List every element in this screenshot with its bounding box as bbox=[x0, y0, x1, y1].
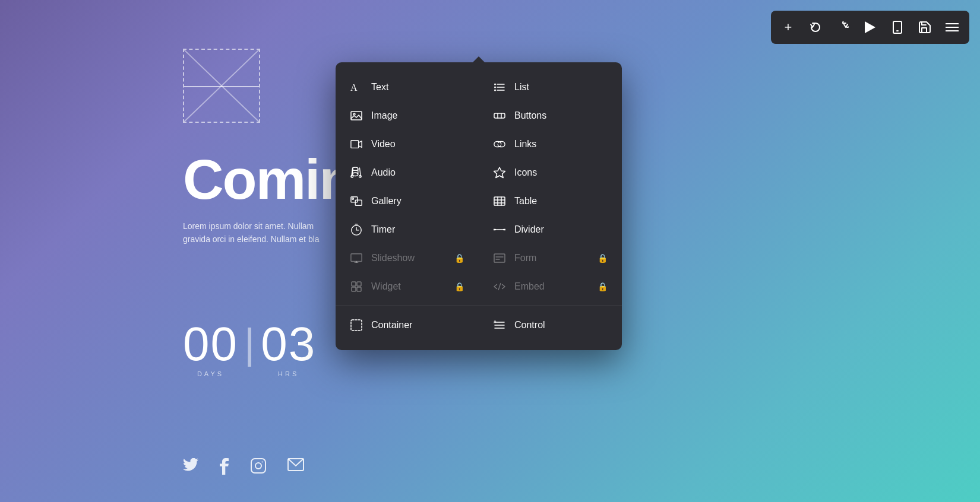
svg-rect-36 bbox=[355, 200, 362, 205]
svg-point-3 bbox=[255, 463, 261, 469]
hrs-number: 03 bbox=[261, 320, 316, 368]
svg-marker-34 bbox=[494, 167, 505, 178]
form-icon bbox=[493, 252, 506, 265]
image-icon bbox=[350, 109, 363, 122]
svg-point-18 bbox=[494, 90, 496, 91]
divider-icon bbox=[493, 223, 506, 236]
email-icon[interactable] bbox=[287, 458, 304, 478]
menu-item-widget: Widget 🔒 bbox=[336, 272, 479, 301]
audio-icon bbox=[350, 166, 363, 179]
svg-rect-19 bbox=[351, 112, 362, 120]
embed-label: Embed bbox=[514, 281, 545, 292]
menu-item-table[interactable]: Table bbox=[479, 187, 622, 215]
twitter-icon[interactable] bbox=[183, 458, 198, 478]
text-label: Text bbox=[371, 82, 388, 93]
svg-point-17 bbox=[494, 87, 496, 88]
slideshow-label: Slideshow bbox=[371, 253, 415, 263]
divider-label: Divider bbox=[514, 224, 544, 235]
facebook-icon[interactable] bbox=[220, 458, 229, 478]
svg-point-33 bbox=[351, 176, 353, 178]
svg-rect-56 bbox=[352, 287, 356, 291]
widget-label: Widget bbox=[371, 281, 401, 292]
undo-button[interactable] bbox=[802, 15, 829, 39]
table-label: Table bbox=[514, 196, 537, 206]
svg-line-58 bbox=[498, 284, 501, 290]
container-icon bbox=[350, 319, 363, 332]
mobile-button[interactable] bbox=[884, 15, 911, 39]
svg-rect-35 bbox=[351, 197, 358, 202]
buttons-icon bbox=[493, 109, 506, 122]
menu-item-timer[interactable]: Timer bbox=[336, 215, 479, 244]
icons-label: Icons bbox=[514, 167, 537, 178]
days-label: DAYS bbox=[183, 370, 238, 377]
icons-icon bbox=[493, 166, 506, 179]
menu-item-form: Form 🔒 bbox=[479, 244, 622, 272]
buttons-label: Buttons bbox=[514, 110, 546, 121]
menu-item-list[interactable]: List bbox=[479, 73, 622, 101]
widget-lock-icon: 🔒 bbox=[454, 282, 464, 291]
play-button[interactable] bbox=[856, 15, 884, 39]
countdown-hrs: 03 HRS bbox=[261, 320, 316, 377]
social-icons bbox=[183, 458, 304, 478]
image-label: Image bbox=[371, 110, 397, 121]
svg-text:#: # bbox=[494, 319, 497, 325]
form-label: Form bbox=[514, 253, 536, 263]
redo-button[interactable] bbox=[829, 15, 856, 39]
text-icon: A bbox=[350, 81, 363, 94]
timer-icon bbox=[350, 223, 363, 236]
svg-rect-21 bbox=[494, 113, 505, 118]
timer-label: Timer bbox=[371, 224, 395, 235]
svg-rect-48 bbox=[351, 254, 362, 262]
lorem-text: Lorem ipsum dolor sit amet. Nullam gravi… bbox=[183, 220, 337, 246]
countdown-days: 00 DAYS bbox=[183, 320, 238, 377]
svg-rect-59 bbox=[351, 320, 362, 331]
hrs-label: HRS bbox=[261, 370, 316, 377]
svg-rect-51 bbox=[494, 254, 505, 262]
svg-point-20 bbox=[353, 113, 355, 115]
svg-point-4 bbox=[262, 462, 263, 463]
menu-item-gallery[interactable]: Gallery bbox=[336, 187, 479, 215]
gallery-label: Gallery bbox=[371, 196, 402, 206]
menu-item-image[interactable]: Image bbox=[336, 101, 479, 130]
video-icon bbox=[350, 138, 363, 151]
svg-point-31 bbox=[359, 176, 362, 178]
svg-point-28 bbox=[353, 173, 358, 176]
slideshow-lock-icon: 🔒 bbox=[454, 253, 464, 263]
menu-item-text[interactable]: A Text bbox=[336, 73, 479, 101]
menu-item-audio[interactable]: Audio bbox=[336, 158, 479, 187]
add-button[interactable]: + bbox=[774, 15, 802, 39]
form-lock-icon: 🔒 bbox=[598, 253, 608, 263]
menu-item-buttons[interactable]: Buttons bbox=[479, 101, 622, 130]
menu-item-video[interactable]: Video bbox=[336, 130, 479, 158]
menu-item-icons[interactable]: Icons bbox=[479, 158, 622, 187]
image-placeholder bbox=[183, 49, 260, 123]
menu-button[interactable] bbox=[938, 15, 966, 39]
svg-marker-6 bbox=[865, 21, 875, 33]
countdown: 00 DAYS | 03 HRS bbox=[183, 320, 316, 377]
menu-item-control[interactable]: # Control bbox=[479, 311, 622, 339]
embed-icon bbox=[493, 280, 506, 293]
svg-rect-54 bbox=[352, 282, 356, 286]
toolbar: + bbox=[771, 11, 969, 44]
save-button[interactable] bbox=[911, 15, 938, 39]
menu-grid-main: A Text List Image Buttons bbox=[336, 73, 622, 339]
embed-lock-icon: 🔒 bbox=[598, 282, 608, 291]
menu-item-links[interactable]: Links bbox=[479, 130, 622, 158]
menu-item-embed: Embed 🔒 bbox=[479, 272, 622, 301]
instagram-icon[interactable] bbox=[251, 458, 266, 478]
svg-point-16 bbox=[494, 84, 496, 85]
svg-point-26 bbox=[353, 167, 358, 170]
days-number: 00 bbox=[183, 320, 238, 368]
gallery-icon bbox=[350, 195, 363, 208]
slideshow-icon bbox=[350, 252, 363, 265]
audio-label: Audio bbox=[371, 167, 396, 178]
countdown-separator: | bbox=[244, 323, 255, 364]
svg-point-37 bbox=[352, 198, 354, 200]
menu-item-container[interactable]: Container bbox=[336, 311, 479, 339]
links-label: Links bbox=[514, 139, 536, 150]
svg-rect-55 bbox=[357, 282, 361, 286]
widget-icon bbox=[350, 280, 363, 293]
menu-item-slideshow: Slideshow 🔒 bbox=[336, 244, 479, 272]
list-label: List bbox=[514, 82, 529, 93]
menu-item-divider[interactable]: Divider bbox=[479, 215, 622, 244]
